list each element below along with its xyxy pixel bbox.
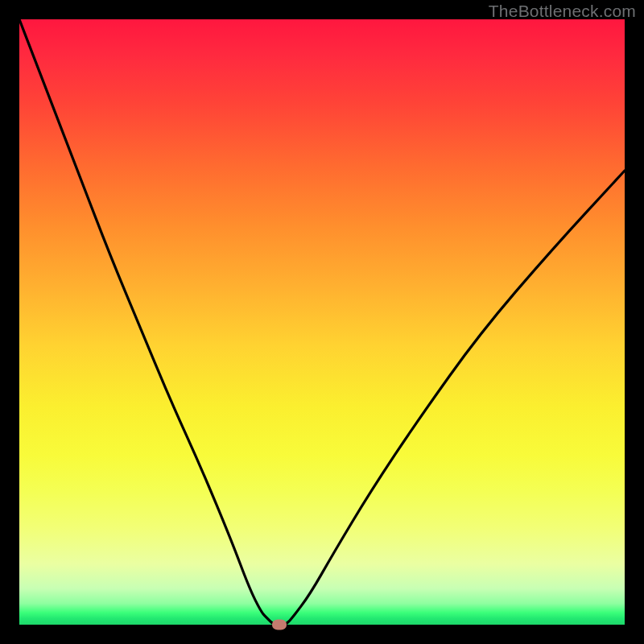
- optimum-marker: [272, 620, 287, 630]
- bottleneck-curve: [19, 19, 625, 625]
- plot-area: [19, 19, 625, 625]
- watermark-text: TheBottleneck.com: [489, 2, 636, 21]
- curve-path: [19, 19, 625, 625]
- chart-frame: TheBottleneck.com: [0, 0, 644, 644]
